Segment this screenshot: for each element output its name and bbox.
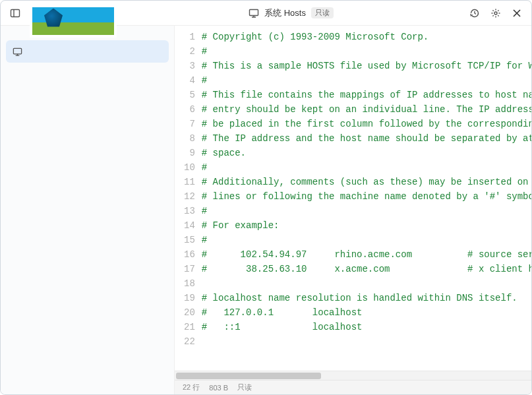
titlebar-right [465,4,526,22]
line-number: 7 [184,117,195,131]
code-line: # entry should be kept on an individual … [202,102,531,117]
svg-rect-8 [13,48,21,53]
line-number: 18 [184,276,195,291]
main-area: 12345678910111213141516171819202122 # Co… [1,26,531,394]
code-line: # [202,233,531,247]
line-number: 10 [184,160,195,175]
titlebar-center: 系统 Hosts 只读 [117,7,465,19]
code-line: # [202,73,531,88]
code-line: # [202,44,531,59]
line-number: 8 [184,131,195,146]
code-line: # [202,204,531,218]
line-number: 11 [184,175,195,189]
code-line: # space. [202,146,531,160]
history-button[interactable] [465,4,484,22]
editor-pane: 12345678910111213141516171819202122 # Co… [175,26,531,394]
line-number: 1 [184,30,195,44]
code-content: # Copyright (c) 1993-2009 Microsoft Corp… [202,30,531,371]
line-number: 5 [184,88,195,102]
svg-rect-0 [11,9,20,16]
line-number: 19 [184,291,195,305]
close-button[interactable] [508,4,526,22]
line-number: 22 [184,334,195,349]
code-editor[interactable]: 12345678910111213141516171819202122 # Co… [175,26,531,371]
code-line [202,276,531,291]
code-line: # 38.25.63.10 x.acme.com # x client host [202,262,531,276]
statusbar: 22 行 803 B 只读 [175,380,531,394]
status-line-count: 22 行 [183,382,200,392]
line-number: 12 [184,189,195,204]
code-line: # This file contains the mappings of IP … [202,88,531,102]
line-number: 20 [184,305,195,320]
line-number: 4 [184,73,195,88]
code-line: # 102.54.94.97 rhino.acme.com # source s… [202,247,531,262]
status-file-size: 803 B [209,384,228,392]
line-number: 21 [184,320,195,334]
line-number: 9 [184,146,195,160]
settings-button[interactable] [487,4,505,22]
readonly-badge: 只读 [311,7,334,18]
code-line: # 127.0.0.1 localhost [202,305,531,320]
line-number: 6 [184,102,195,117]
code-line: # For example: [202,218,531,233]
titlebar: 系统 Hosts 只读 [1,1,531,26]
status-mode: 只读 [237,382,252,392]
line-number: 16 [184,247,195,262]
code-line: # localhost name resolution is handled w… [202,291,531,305]
line-number-gutter: 12345678910111213141516171819202122 [175,30,202,371]
code-line: # be placed in the first column followed… [202,117,531,131]
line-number: 14 [184,218,195,233]
line-number: 17 [184,262,195,276]
code-line: # lines or following the machine name de… [202,189,531,204]
titlebar-left [6,0,117,30]
line-number: 15 [184,233,195,247]
code-line: # Additionally, comments (such as these)… [202,175,531,189]
window-title: 系统 Hosts [264,7,306,19]
monitor-icon [249,8,259,18]
svg-point-5 [494,12,497,15]
code-line [202,334,531,349]
code-line: # ::1 localhost [202,320,531,334]
toggle-sidebar-button[interactable] [6,4,24,22]
code-line: # This is a sample HOSTS file used by Mi… [202,59,531,73]
code-line: # The IP address and the host name shoul… [202,131,531,146]
app-logo [30,5,117,38]
sidebar-item-system-hosts[interactable] [6,40,169,63]
code-line: # [202,160,531,175]
code-line: # Copyright (c) 1993-2009 Microsoft Corp… [202,30,531,44]
line-number: 13 [184,204,195,218]
svg-rect-2 [250,9,258,15]
monitor-icon [13,47,22,57]
line-number: 3 [184,59,195,73]
horizontal-scrollbar[interactable] [175,371,531,380]
sidebar [1,26,175,394]
horizontal-scrollbar-thumb[interactable] [176,373,321,379]
line-number: 2 [184,44,195,59]
